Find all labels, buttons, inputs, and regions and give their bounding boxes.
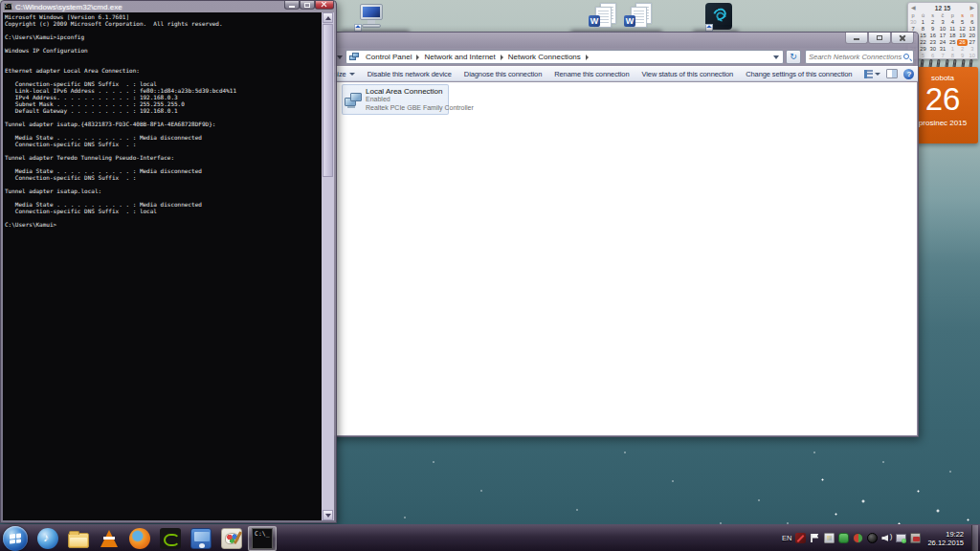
close-button[interactable] [891, 33, 914, 44]
breadcrumb-arrow-icon[interactable] [586, 55, 589, 60]
paint-taskbar-button[interactable] [217, 526, 246, 551]
codec-icon[interactable] [795, 533, 806, 543]
display-utility-taskbar-button[interactable] [187, 526, 215, 551]
calendar-day-header: p [908, 12, 918, 19]
address-bar[interactable]: Control PanelNetwork and InternetNetwork… [345, 50, 784, 64]
command-prompt-taskbar-button[interactable] [248, 526, 277, 551]
calendar-day-cell[interactable]: 10 [968, 53, 977, 59]
calendar-day-cell[interactable]: 9 [928, 26, 938, 33]
refresh-button[interactable]: ↻ [786, 50, 801, 64]
calendar-day-cell[interactable]: 17 [938, 33, 947, 39]
calendar-day-cell[interactable]: 16 [928, 33, 938, 39]
command-bar-item[interactable]: Rename this connection [554, 70, 629, 78]
calendar-day-cell[interactable]: 10 [938, 26, 947, 33]
scroll-down-icon[interactable] [323, 510, 333, 520]
breadcrumb-segment[interactable]: Control Panel [364, 53, 413, 61]
green-device-icon[interactable] [838, 533, 849, 543]
calendar-day-cell[interactable]: 1 [947, 46, 957, 53]
removable-device-icon[interactable] [910, 533, 921, 543]
start-button[interactable] [3, 526, 28, 551]
network-window-titlebar[interactable] [312, 33, 918, 48]
scrollbar-thumb[interactable] [323, 24, 333, 177]
desktop-icon-word-doc-2[interactable]: W [624, 3, 657, 32]
windows-explorer-taskbar-button[interactable] [64, 526, 93, 551]
calendar-day-cell[interactable]: 2 [928, 19, 938, 26]
calendar-day-cell[interactable]: 18 [947, 33, 957, 39]
calendar-day-cell[interactable]: 29 [918, 46, 927, 53]
calendar-day-cell[interactable]: 4 [947, 19, 957, 26]
taskbar: EN 19:22 26.12.2015 [0, 524, 980, 551]
calendar-day-cell[interactable]: 1 [918, 19, 927, 26]
maximize-button[interactable] [868, 33, 891, 44]
calendar-day-cell[interactable]: 3 [938, 19, 947, 26]
action-center-flag-icon[interactable] [810, 533, 820, 543]
calendar-day-cell[interactable]: 26 [957, 39, 967, 46]
calendar-day-cell[interactable]: 24 [938, 39, 947, 46]
calendar-day-cell[interactable]: 23 [928, 39, 938, 46]
chevron-down-icon [349, 73, 355, 76]
help-button[interactable]: ? [903, 69, 914, 79]
minimize-button[interactable] [845, 33, 868, 44]
calendar-prev-icon[interactable]: ◀ [911, 3, 916, 12]
search-box[interactable] [805, 50, 914, 64]
calendar-day-cell[interactable]: 27 [968, 39, 977, 46]
show-desktop-button[interactable] [971, 525, 978, 551]
calendar-day-cell[interactable]: 25 [947, 39, 957, 46]
desktop-icon-word-doc-1[interactable]: W [589, 3, 621, 32]
clock[interactable]: 19:22 26.12.2015 [927, 530, 964, 547]
vlc-taskbar-button[interactable] [95, 526, 123, 551]
calendar-day-cell[interactable]: 13 [968, 26, 977, 33]
connection-item[interactable]: Local Area Connection Enabled Realtek PC… [342, 84, 449, 115]
itunes-taskbar-button[interactable] [33, 526, 62, 551]
search-input[interactable] [809, 51, 904, 63]
scroll-up-icon[interactable] [323, 12, 333, 23]
recent-pages-icon[interactable] [337, 55, 343, 59]
network-status-icon[interactable] [896, 533, 906, 543]
dark-app-icon[interactable] [867, 533, 878, 543]
breadcrumb-arrow-icon[interactable] [416, 55, 419, 60]
calendar-day-cell[interactable]: 31 [938, 46, 947, 53]
calendar-day-cell[interactable]: 15 [918, 33, 927, 39]
calendar-day-cell[interactable]: 6 [928, 53, 938, 59]
nvidia-taskbar-button[interactable] [156, 526, 185, 551]
preview-pane-button[interactable] [886, 69, 898, 78]
calendar-day-cell[interactable]: 6 [968, 19, 977, 26]
breadcrumb-segment[interactable]: Network and Internet [422, 53, 497, 61]
console-output[interactable]: Microsoft Windows [Version 6.1.7601]Copy… [3, 12, 323, 520]
address-dropdown-icon[interactable] [773, 55, 779, 59]
desktop-icon-app[interactable] [703, 3, 736, 32]
change-view-button[interactable] [864, 70, 880, 78]
calendar-day-cell[interactable]: 20 [968, 33, 977, 39]
calendar-day-cell[interactable]: 22 [918, 39, 927, 46]
app-window-icon[interactable] [824, 533, 835, 543]
command-bar-item[interactable]: Diagnose this connection [464, 70, 542, 78]
calendar-day-cell[interactable]: 30 [928, 46, 938, 53]
calendar-next-icon[interactable]: ▶ [969, 3, 974, 12]
breadcrumb-segment[interactable]: Network Connections [506, 53, 583, 61]
console-line: Media State . . . . . . . . . . . : Medi… [5, 201, 322, 208]
calendar-day-cell[interactable]: 11 [947, 26, 957, 33]
command-bar-item[interactable]: Change settings of this connection [746, 70, 852, 78]
calendar-day-cell[interactable]: 5 [918, 53, 927, 59]
calendar-day-cell[interactable]: 5 [957, 19, 967, 26]
command-bar-item[interactable]: View status of this connection [642, 70, 734, 78]
volume-icon[interactable] [881, 533, 892, 543]
console-scrollbar[interactable] [322, 12, 334, 520]
language-indicator[interactable]: EN [782, 534, 791, 542]
calendar-day-cell[interactable]: 30 [908, 19, 918, 26]
paint-icon [221, 528, 242, 549]
calendar-day-cell[interactable]: 2 [957, 46, 967, 53]
maximize-button[interactable] [300, 1, 315, 10]
close-button[interactable] [315, 1, 334, 10]
minimize-button[interactable] [284, 1, 300, 10]
calendar-day-cell[interactable]: 8 [947, 53, 957, 59]
calendar-day-cell[interactable]: 8 [918, 26, 927, 33]
calendar-day-cell[interactable]: 12 [957, 26, 967, 33]
audio-manager-icon[interactable] [853, 533, 863, 543]
command-bar-item[interactable]: Disable this network device [368, 70, 452, 78]
breadcrumb-arrow-icon[interactable] [501, 55, 503, 60]
firefox-taskbar-button[interactable] [125, 526, 154, 551]
calendar-day-cell[interactable]: 19 [957, 33, 967, 39]
desktop-icon-computer[interactable] [354, 3, 387, 32]
calendar-day-cell[interactable]: 3 [968, 46, 977, 53]
